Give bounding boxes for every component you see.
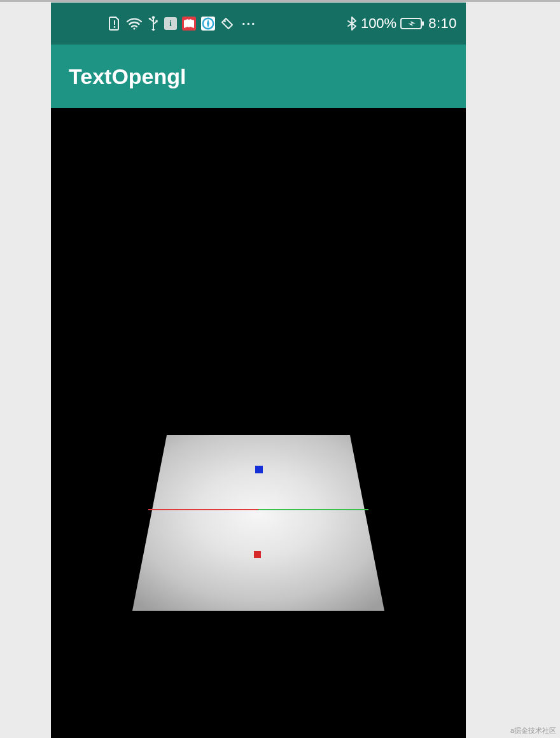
status-bar-right-group: 100% 8:10 <box>347 15 457 32</box>
info-icon: i <box>164 17 177 30</box>
wifi-icon <box>126 17 143 31</box>
app-bar: TextOpengl <box>51 45 466 108</box>
device-frame: i ··· 100% <box>51 3 466 738</box>
svg-point-1 <box>114 26 116 28</box>
clock-text: 8:10 <box>428 15 457 32</box>
watermark-text: a掘金技术社区 <box>510 726 556 735</box>
scene-background <box>51 108 466 738</box>
svg-point-5 <box>149 18 151 20</box>
battery-percent-text: 100% <box>361 15 396 32</box>
status-bar-left-group: i ··· <box>108 15 256 32</box>
sim-alert-icon <box>108 16 121 31</box>
page-top-border <box>0 0 560 2</box>
svg-rect-10 <box>422 22 424 26</box>
opengl-surface[interactable] <box>51 108 466 738</box>
svg-rect-6 <box>156 20 158 22</box>
table-quad <box>132 435 384 611</box>
usb-icon <box>148 15 159 32</box>
render-canvas <box>51 108 466 738</box>
mallet-bottom-red <box>254 551 261 558</box>
status-bar: i ··· 100% <box>51 3 466 45</box>
bluetooth-icon <box>347 16 357 31</box>
book-icon <box>182 17 196 31</box>
mallet-top-blue <box>255 466 263 473</box>
more-icon: ··· <box>239 17 256 31</box>
compass-icon <box>201 17 215 31</box>
tag-icon <box>220 17 234 31</box>
svg-point-8 <box>224 20 226 22</box>
battery-charging-icon <box>400 17 424 30</box>
svg-point-2 <box>133 27 135 29</box>
app-title: TextOpengl <box>69 64 186 89</box>
